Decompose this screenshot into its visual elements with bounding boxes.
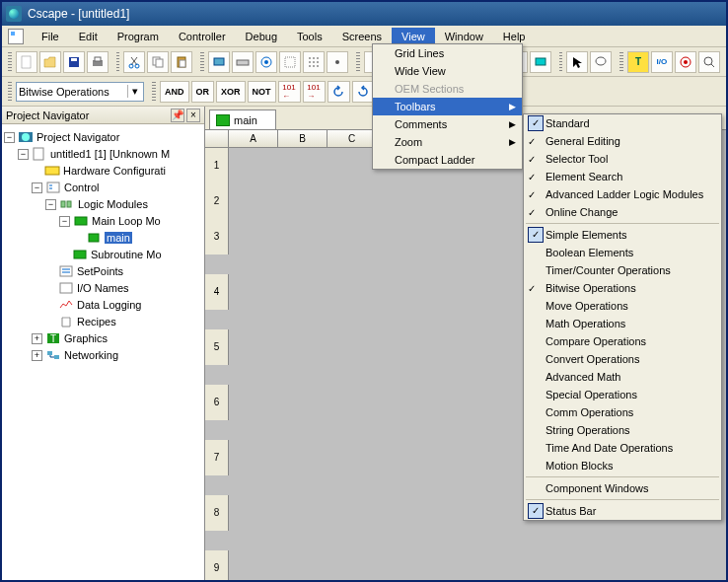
menu-window[interactable]: Window — [435, 28, 493, 45]
toolbar-toggle-timer-counter-operations[interactable]: Timer/Counter Operations — [524, 261, 721, 279]
menu-wide-view[interactable]: Wide View — [373, 62, 522, 80]
menu-debug[interactable]: Debug — [236, 28, 287, 45]
menu-compact-ladder[interactable]: Compact Ladder — [373, 151, 522, 169]
row-5[interactable]: 5 — [205, 329, 229, 365]
row-1[interactable]: 1 — [205, 148, 229, 183]
toolbar-toggle-advanced-math[interactable]: Advanced Math — [524, 368, 721, 386]
row-3[interactable]: 3 — [205, 219, 229, 255]
toolbar-toggle-move-operations[interactable]: Move Operations — [524, 297, 721, 315]
operations-combo[interactable]: Bitwise Operations ▾ — [16, 82, 144, 102]
toolbar-grip[interactable] — [559, 52, 563, 72]
menu-controller[interactable]: Controller — [169, 28, 236, 45]
row-2[interactable]: 2 — [205, 183, 229, 219]
toolbar-toggle-convert-operations[interactable]: Convert Operations — [524, 350, 721, 368]
toolbar-toggle-string-operations[interactable]: String Operations — [524, 421, 721, 439]
target-button[interactable] — [675, 51, 696, 73]
toolbar-toggle-online-change[interactable]: ✓Online Change — [524, 203, 721, 221]
collapse-icon[interactable]: − — [59, 216, 70, 227]
grid-button[interactable] — [303, 51, 325, 73]
tree-recipes[interactable]: Recipes — [77, 316, 116, 327]
toolbar-toggle-compare-operations[interactable]: Compare Operations — [524, 332, 721, 350]
row-9[interactable]: 9 — [205, 550, 229, 582]
xor-button[interactable]: XOR — [216, 81, 246, 103]
toolbar-toggle-selector-tool[interactable]: ✓Selector Tool — [524, 150, 721, 168]
shift-left-button[interactable]: 101← — [278, 81, 301, 103]
tree-control[interactable]: Control — [64, 182, 99, 193]
toolbar-grip[interactable] — [200, 52, 204, 72]
toolbar-toggle-general-editing[interactable]: ✓General Editing — [524, 132, 721, 150]
tree-root[interactable]: Project Navigator — [36, 131, 119, 143]
toolbar-toggle-boolean-elements[interactable]: Boolean Elements — [524, 244, 721, 261]
navigator-header[interactable]: Project Navigator 📌 × — [2, 107, 204, 124]
and-button[interactable]: AND — [160, 81, 189, 103]
toolbar-toggle-simple-elements[interactable]: ✓Simple Elements — [524, 226, 721, 244]
hw-button[interactable] — [232, 51, 254, 73]
toolbar-grip[interactable] — [152, 82, 156, 102]
tree-main[interactable]: main — [105, 232, 132, 244]
collapse-icon[interactable]: − — [32, 182, 42, 193]
toolbar-toggle-status-bar[interactable]: ✓Status Bar — [524, 502, 721, 520]
expand-icon[interactable]: + — [32, 333, 42, 344]
collapse-icon[interactable]: − — [4, 132, 15, 143]
tab-main[interactable]: main — [209, 109, 276, 129]
screens-button[interactable] — [530, 51, 551, 73]
tree-ionames[interactable]: I/O Names — [77, 282, 129, 294]
toolbar-toggle-special-operations[interactable]: Special Operations — [524, 386, 721, 403]
menu-comments[interactable]: Comments▶ — [373, 115, 522, 133]
menu-program[interactable]: Program — [108, 28, 169, 45]
tree-hw[interactable]: Hardware Configurati — [63, 165, 166, 177]
toolbar-toggle-advanced-ladder-logic-modules[interactable]: ✓Advanced Ladder Logic Modules — [524, 185, 721, 203]
project-tree[interactable]: −Project Navigator −untitled1 [1] [Unkno… — [2, 124, 204, 580]
tree-networking[interactable]: Networking — [64, 349, 118, 361]
tree-setpoints[interactable]: SetPoints — [77, 265, 123, 277]
paste-button[interactable] — [171, 51, 192, 73]
row-7[interactable]: 7 — [205, 440, 229, 475]
open-file-button[interactable] — [39, 51, 61, 73]
toolbar-toggle-element-search[interactable]: ✓Element Search — [524, 168, 721, 185]
menu-grid-lines[interactable]: Grid Lines — [373, 44, 522, 62]
menu-tools[interactable]: Tools — [287, 28, 332, 45]
menu-screens[interactable]: Screens — [332, 28, 392, 45]
toolbar-grip[interactable] — [8, 52, 12, 72]
col-c[interactable]: C — [328, 130, 377, 147]
pointer-button[interactable] — [566, 51, 588, 73]
toolbar-toggle-bitwise-operations[interactable]: ✓Bitwise Operations — [524, 279, 721, 297]
row-8[interactable]: 8 — [205, 495, 229, 531]
row-6[interactable]: 6 — [205, 385, 229, 420]
not-button[interactable]: NOT — [248, 81, 276, 103]
config-button[interactable] — [208, 51, 230, 73]
save-button[interactable] — [63, 51, 85, 73]
tree-project[interactable]: untitled1 [1] [Unknown M — [50, 148, 170, 160]
io-button[interactable]: I/O — [651, 51, 673, 73]
text-t-button[interactable]: T — [627, 51, 649, 73]
menu-toolbars[interactable]: Toolbars▶ — [373, 98, 522, 115]
row-4[interactable]: 4 — [205, 274, 229, 310]
toolbar-grip[interactable] — [619, 52, 623, 72]
close-icon[interactable]: × — [186, 109, 200, 122]
tree-subroutine[interactable]: Subroutine Mo — [91, 249, 162, 260]
shift-right-button[interactable]: 101→ — [303, 81, 326, 103]
copy-button[interactable] — [147, 51, 169, 73]
toolbar-toggle-math-operations[interactable]: Math Operations — [524, 315, 721, 332]
collapse-icon[interactable]: − — [18, 149, 29, 160]
print-button[interactable] — [87, 51, 109, 73]
or-button[interactable]: OR — [191, 81, 215, 103]
menu-view[interactable]: View — [392, 28, 435, 45]
toolbar-grip[interactable] — [356, 52, 360, 72]
collapse-icon[interactable]: − — [45, 199, 56, 210]
dot-button[interactable] — [327, 51, 348, 73]
toolbar-toggle-motion-blocks[interactable]: Motion Blocks — [524, 457, 721, 474]
tree-logic[interactable]: Logic Modules — [78, 198, 148, 210]
menu-zoom[interactable]: Zoom▶ — [373, 133, 522, 151]
dotted-button[interactable] — [279, 51, 301, 73]
col-a[interactable]: A — [229, 130, 278, 147]
cut-button[interactable] — [123, 51, 145, 73]
toolbar-toggle-time-and-date-operations[interactable]: Time And Date Operations — [524, 439, 721, 457]
toolbar-grip[interactable] — [116, 52, 120, 72]
menu-help[interactable]: Help — [493, 28, 536, 45]
menu-edit[interactable]: Edit — [69, 28, 108, 45]
system-menu-icon[interactable] — [8, 29, 24, 44]
toolbar-grip[interactable] — [8, 82, 12, 102]
rotate-left-button[interactable] — [328, 81, 350, 103]
comment-button[interactable] — [590, 51, 612, 73]
